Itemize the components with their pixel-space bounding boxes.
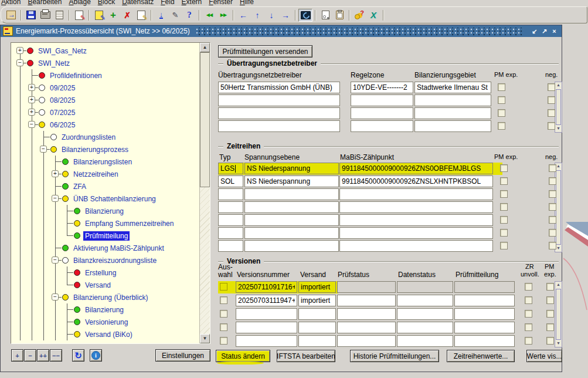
pm-exp-checkbox[interactable] (546, 337, 554, 345)
pm-exp-checkbox[interactable] (500, 177, 508, 185)
versand-field[interactable] (298, 335, 336, 347)
pm-exp-checkbox[interactable] (500, 203, 508, 211)
info-button[interactable]: i (90, 349, 102, 362)
bilanzierungsgebiet-field[interactable] (414, 95, 491, 106)
zr-unvoll-checkbox[interactable] (525, 337, 532, 345)
nav-right-button[interactable]: → (278, 9, 293, 22)
expand-node-button[interactable]: + (11, 349, 23, 362)
iftsta-bearbeiten-button[interactable]: IFTSTA bearbeiten (277, 350, 335, 362)
pm-exp-checkbox[interactable] (498, 109, 505, 117)
tree-item[interactable]: +09/2025 (11, 82, 199, 94)
spannungsebene-field[interactable] (244, 227, 339, 239)
tree-item[interactable]: −Bilanzkreiszuordnungsliste (11, 254, 199, 266)
scroll-up-icon[interactable]: ▲ (555, 82, 562, 89)
list-button[interactable] (52, 9, 66, 22)
typ-field[interactable] (218, 214, 243, 226)
neg-checkbox[interactable] (549, 229, 556, 237)
pm-exp-checkbox[interactable] (498, 83, 505, 91)
typ-field[interactable] (218, 201, 243, 213)
auswahl-checkbox[interactable] (220, 337, 227, 345)
collapse-node-button[interactable]: − (24, 349, 36, 362)
collapse-icon[interactable]: − (40, 146, 47, 153)
datenstatus-field[interactable] (397, 335, 453, 347)
mabis-zaehlpunkt-field[interactable] (339, 163, 493, 174)
minimize-icon[interactable]: ↙ (529, 27, 539, 36)
tree-item[interactable]: −06/2025 (11, 119, 199, 131)
collapse-icon[interactable]: − (52, 293, 59, 301)
typ-field[interactable] (218, 240, 243, 252)
pruefstatus-field[interactable] (337, 295, 396, 306)
datenstatus-field[interactable] (397, 281, 453, 293)
pm-exp-checkbox[interactable] (498, 122, 505, 130)
typ-field[interactable] (218, 227, 243, 239)
tree-item[interactable]: Aktivierung MaBiS-Zählpunkt (11, 242, 199, 254)
zr-unvoll-checkbox[interactable] (525, 283, 532, 291)
execute-query-button[interactable] (92, 9, 106, 22)
neg-checkbox[interactable] (548, 122, 555, 130)
datenstatus-field[interactable] (397, 295, 453, 306)
menu-item-bearbeiten[interactable]: Bearbeiten (26, 0, 67, 6)
copy-record-button[interactable] (318, 9, 332, 22)
neg-checkbox[interactable] (548, 109, 555, 117)
menu-item-extern[interactable]: Extern (181, 0, 208, 6)
bilanzierungsgebiet-field[interactable] (414, 107, 491, 119)
versand-field[interactable] (298, 281, 336, 293)
coins-question-button[interactable] (352, 9, 366, 22)
edit-button[interactable]: ✎ (168, 9, 182, 22)
tree-item[interactable]: −ÜNB Schattenbilanzierung (11, 193, 199, 205)
nav-left-button[interactable]: ← (236, 9, 250, 22)
expand-all-button[interactable]: ++ (37, 349, 49, 362)
neg-checkbox[interactable] (549, 190, 556, 198)
collapse-icon[interactable]: − (28, 121, 35, 128)
tree-scrollbar[interactable]: ▲ ▼ (199, 43, 210, 343)
tree-item[interactable]: Bilanzierung (11, 205, 199, 217)
auswahl-checkbox[interactable] (220, 323, 227, 331)
tree-item[interactable]: +08/2025 (11, 94, 199, 106)
auswahl-checkbox[interactable] (220, 310, 227, 318)
pm-exp-checkbox[interactable] (500, 242, 508, 249)
status-aendern-button[interactable]: Status ändern (216, 350, 270, 362)
close-icon[interactable]: × (549, 27, 559, 36)
menu-item-block[interactable]: Block (97, 0, 121, 6)
neg-checkbox[interactable] (548, 96, 555, 104)
versand-field[interactable] (298, 322, 336, 333)
versionen-scrollbar[interactable]: ▲▼ (555, 281, 562, 347)
tree-item[interactable]: Profildefinitionen (11, 69, 199, 82)
tree-item[interactable]: −Bilanzierungsprozess (11, 143, 199, 156)
regelzone-field[interactable] (351, 107, 413, 119)
paste-record-button[interactable] (332, 9, 346, 22)
pm-exp-checkbox[interactable] (500, 229, 508, 237)
einstellungen-button[interactable]: Einstellungen (155, 349, 210, 362)
tree-item[interactable]: −SWI_Netz (11, 57, 199, 69)
spannungsebene-field[interactable] (244, 201, 339, 213)
commit-button[interactable]: ↓ (154, 9, 168, 22)
tree-item[interactable]: Versand (11, 279, 199, 291)
pruefmitteilung-field[interactable] (454, 281, 515, 293)
versionsnummer-field[interactable] (236, 335, 297, 347)
scrollbar-track[interactable] (200, 187, 210, 334)
help-button[interactable]: ? (182, 9, 196, 22)
next-block-button[interactable]: ▶▶ (216, 9, 230, 22)
insert-record-button[interactable]: + (106, 9, 120, 22)
menu-item-feld[interactable]: Feld (159, 0, 180, 6)
auswahl-checkbox[interactable] (220, 296, 227, 304)
print-button[interactable] (38, 9, 52, 22)
tree-item[interactable]: Zuordnungslisten (11, 131, 199, 143)
enter-query-button[interactable] (72, 9, 86, 22)
menu-item-aktion[interactable]: Aktion (0, 0, 26, 6)
pm-exp-checkbox[interactable] (546, 283, 554, 291)
versand-field[interactable] (298, 295, 336, 306)
typ-field[interactable] (218, 188, 243, 200)
pruefstatus-field[interactable] (337, 322, 396, 333)
tree-item[interactable]: Empfang Summenzeitreihen (11, 217, 199, 230)
expand-icon[interactable]: + (28, 84, 35, 91)
pruefmitteilung-field[interactable] (454, 295, 515, 306)
pruefmitteilungen-versenden-button[interactable]: Prüfmitteilungen versenden (218, 45, 312, 58)
pruefstatus-field[interactable] (337, 335, 396, 347)
spannungsebene-field[interactable] (244, 214, 339, 226)
nav-down-button[interactable]: ↓ (264, 9, 278, 22)
historie-pruefmitteilungen-button[interactable]: Historie Prüfmitteilungen... (350, 350, 439, 362)
mabis-zaehlpunkt-field[interactable] (339, 227, 493, 239)
neg-checkbox[interactable] (549, 216, 556, 224)
monitor-button[interactable] (298, 9, 312, 22)
